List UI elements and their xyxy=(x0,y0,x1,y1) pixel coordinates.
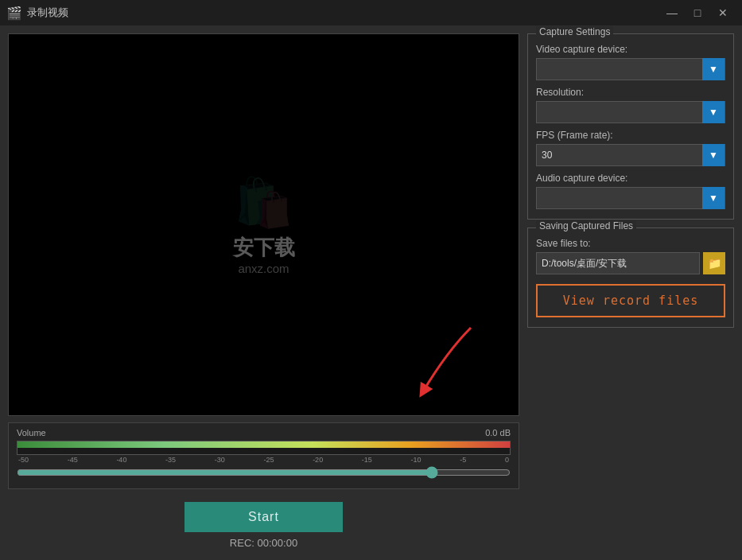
capture-settings-title: Capture Settings xyxy=(536,26,613,37)
save-to-label: Save files to: xyxy=(536,238,725,249)
fps-label: FPS (Frame rate): xyxy=(536,130,725,141)
view-record-files-button[interactable]: View record files xyxy=(536,284,725,317)
watermark-icon: 🛍️ xyxy=(233,174,295,231)
app-title: 录制视频 xyxy=(27,6,659,20)
close-button[interactable]: ✕ xyxy=(710,2,736,24)
video-device-input[interactable] xyxy=(537,64,702,75)
volume-header: Volume 0.0 dB xyxy=(17,428,511,438)
volume-meter xyxy=(17,441,511,455)
resolution-dropdown[interactable]: ▼ xyxy=(536,101,725,123)
fps-input[interactable] xyxy=(537,150,702,161)
capture-settings-box: Capture Settings Video capture device: ▼… xyxy=(527,33,734,220)
watermark-subtext: anxz.com xyxy=(233,262,295,275)
video-device-label: Video capture device: xyxy=(536,44,725,55)
browse-button[interactable]: 📁 xyxy=(703,252,725,274)
arrow-indicator xyxy=(383,320,487,407)
fps-dropdown[interactable]: ▼ xyxy=(536,144,725,166)
bottom-controls: Start REC: 00:00:00 xyxy=(8,496,519,552)
volume-section: Volume 0.0 dB -50 -45 -40 -35 -30 -25 -2… xyxy=(8,422,519,489)
volume-meter-red xyxy=(313,441,510,448)
app-icon: 🎬 xyxy=(6,6,22,21)
video-preview: 🛍️ 安下载 anxz.com xyxy=(8,33,519,416)
maximize-button[interactable]: □ xyxy=(685,2,710,24)
saving-box: Saving Captured Files Save files to: 📁 V… xyxy=(527,228,734,328)
watermark: 🛍️ 安下载 anxz.com xyxy=(233,174,295,275)
right-panel: Capture Settings Video capture device: ▼… xyxy=(527,33,734,552)
rec-time: REC: 00:00:00 xyxy=(230,537,297,549)
video-device-arrow[interactable]: ▼ xyxy=(702,58,725,80)
video-device-dropdown[interactable]: ▼ xyxy=(536,58,725,80)
main-content: 🛍️ 安下载 anxz.com Volume 0.0 dB xyxy=(0,25,742,560)
volume-label: Volume xyxy=(17,428,46,438)
audio-device-label: Audio capture device: xyxy=(536,173,725,184)
fps-arrow[interactable]: ▼ xyxy=(702,144,725,166)
audio-device-dropdown[interactable]: ▼ xyxy=(536,187,725,209)
saving-title: Saving Captured Files xyxy=(536,220,636,231)
left-panel: 🛍️ 安下载 anxz.com Volume 0.0 dB xyxy=(8,33,519,552)
watermark-text: 安下载 xyxy=(233,234,295,262)
minimize-button[interactable]: — xyxy=(659,2,685,24)
titlebar: 🎬 录制视频 — □ ✕ xyxy=(0,0,742,25)
save-path-row: 📁 xyxy=(536,252,725,274)
resolution-arrow[interactable]: ▼ xyxy=(702,101,725,123)
volume-slider[interactable] xyxy=(17,466,511,479)
folder-icon: 📁 xyxy=(708,257,721,270)
audio-device-input[interactable] xyxy=(537,192,702,204)
save-path-input[interactable] xyxy=(536,252,700,274)
volume-slider-row xyxy=(17,466,511,482)
volume-db: 0.0 dB xyxy=(485,428,511,438)
resolution-label: Resolution: xyxy=(536,87,725,98)
start-button[interactable]: Start xyxy=(185,502,343,532)
volume-ticks: -50 -45 -40 -35 -30 -25 -20 -15 -10 -5 0 xyxy=(17,456,511,464)
resolution-input[interactable] xyxy=(537,107,702,118)
audio-device-arrow[interactable]: ▼ xyxy=(702,187,725,209)
volume-meter-green xyxy=(17,441,313,448)
